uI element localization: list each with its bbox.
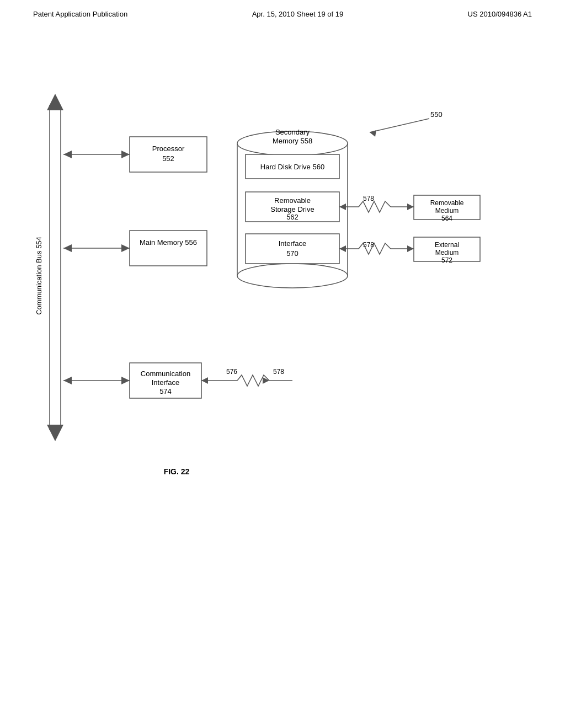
comm-interface-label: Communication [141, 370, 190, 378]
comm-bus-label: Communication Bus 554 [35, 237, 43, 315]
secondary-memory-label2: Memory 558 [273, 137, 312, 145]
removable-drive-label2: Storage Drive [270, 205, 314, 213]
svg-marker-8 [63, 244, 72, 252]
header-left: Patent Application Publication [33, 10, 127, 18]
ref-578-comm: 578 [273, 368, 284, 376]
interface-label: Interface [279, 239, 307, 248]
ref-578-interface: 578 [363, 241, 374, 249]
processor-ref: 552 [162, 154, 174, 163]
ref-578-removable: 578 [363, 195, 374, 202]
removable-drive-ref: 562 [286, 213, 299, 221]
external-medium-ref: 572 [441, 256, 452, 264]
svg-marker-6 [121, 151, 130, 158]
diagram-area: Communication Bus 554 Processor 552 Main… [33, 88, 530, 585]
ref-550: 550 [430, 110, 443, 119]
ref-576: 576 [226, 368, 237, 376]
main-memory-label: Main Memory 556 [140, 238, 197, 247]
header-right: US 2010/094836 A1 [468, 10, 532, 18]
svg-marker-20 [407, 204, 414, 210]
svg-marker-11 [63, 377, 72, 384]
hard-disk-label: Hard Disk Drive 560 [260, 163, 324, 171]
svg-point-16 [237, 264, 348, 288]
diagram-svg: Communication Bus 554 Processor 552 Main… [33, 88, 530, 585]
svg-marker-9 [121, 244, 130, 252]
interface-ref: 570 [286, 249, 299, 258]
svg-marker-31 [370, 130, 376, 137]
svg-marker-2 [47, 94, 63, 110]
svg-marker-29 [263, 377, 269, 384]
comm-interface-ref: 574 [159, 387, 172, 395]
external-medium-label2: Medium [435, 249, 459, 256]
interface-box [246, 234, 339, 264]
svg-marker-5 [63, 151, 72, 158]
main-memory-box [130, 231, 207, 266]
comm-interface-label2: Interface [152, 378, 180, 387]
removable-drive-label: Removable [274, 196, 311, 205]
svg-marker-28 [201, 377, 208, 384]
removable-medium-label2: Medium [435, 207, 459, 215]
fig-label: FIG. 22 [164, 467, 190, 476]
svg-marker-3 [47, 425, 63, 441]
external-medium-label: External [435, 241, 459, 249]
svg-line-30 [370, 119, 429, 132]
header-center: Apr. 15, 2010 Sheet 19 of 19 [252, 10, 344, 18]
removable-medium-label: Removable [430, 199, 464, 207]
svg-marker-12 [121, 377, 130, 384]
processor-label: Processor [152, 144, 185, 153]
svg-marker-24 [407, 245, 414, 252]
removable-medium-ref: 564 [441, 215, 452, 222]
page-header: Patent Application Publication Apr. 15, … [0, 0, 565, 18]
secondary-memory-label: Secondary [275, 128, 310, 136]
